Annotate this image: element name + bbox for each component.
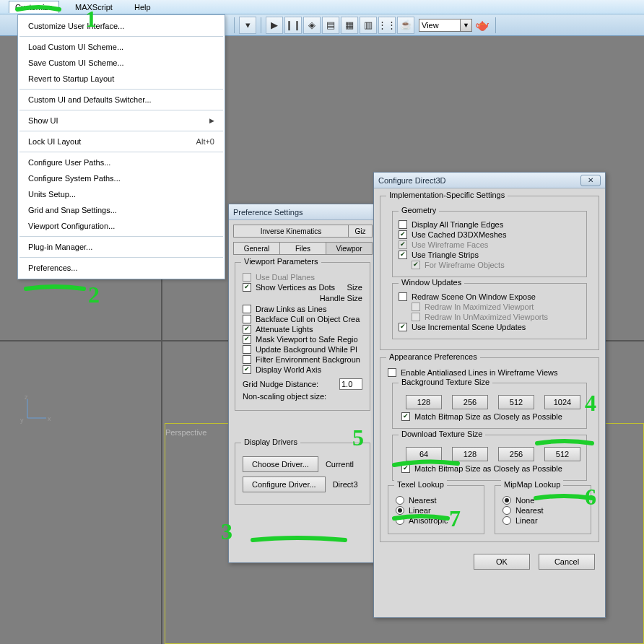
label-handle-size: Handle Size xyxy=(320,294,362,303)
grid-icon[interactable]: ▦ xyxy=(341,17,358,34)
group-title: Texel Lookup xyxy=(394,480,447,489)
separator xyxy=(19,257,223,258)
chk-incremental[interactable] xyxy=(399,323,407,331)
impl-settings-group: Implementation-Specific Settings Geometr… xyxy=(380,196,599,350)
chk-tri-edges[interactable] xyxy=(399,220,407,229)
bg-size-128[interactable]: 128 xyxy=(406,395,442,409)
group-title: Viewport Parameters xyxy=(241,257,321,266)
tab-gizmos[interactable]: Giz xyxy=(348,225,373,238)
dots-icon[interactable]: ⋮⋮ xyxy=(378,17,396,34)
label-nonscale: Non-scaling object size: xyxy=(243,392,326,401)
table-icon[interactable]: ▥ xyxy=(360,17,377,34)
bg-size-256[interactable]: 256 xyxy=(452,395,488,409)
label: Use Dual Planes xyxy=(256,273,315,282)
menu-maxscript[interactable]: MAXScript xyxy=(69,1,118,13)
group-title: Geometry xyxy=(399,206,439,214)
label: Linear xyxy=(515,516,538,525)
radio-mip-none[interactable] xyxy=(502,496,511,505)
dd-viewport-config[interactable]: Viewport Configuration... xyxy=(18,218,225,234)
dd-user-paths[interactable]: Configure User Paths... xyxy=(18,155,225,170)
dd-units-setup[interactable]: Units Setup... xyxy=(18,186,225,202)
radio-texel-aniso[interactable] xyxy=(396,516,404,525)
separator xyxy=(19,110,223,110)
label: Redraw In Maximized Viewport xyxy=(425,303,534,311)
radio-mip-linear[interactable] xyxy=(502,516,511,525)
dl-size-512[interactable]: 512 xyxy=(544,447,580,461)
drop-icon[interactable]: ▾ xyxy=(239,17,256,34)
close-button[interactable]: ✕ xyxy=(580,175,601,186)
dd-revert[interactable]: Revert to Startup Layout xyxy=(18,71,225,87)
label-size: Size xyxy=(347,283,362,292)
dd-preferences[interactable]: Preferences... xyxy=(18,260,225,276)
chevron-down-icon[interactable]: ▼ xyxy=(461,19,472,32)
chk-match-bitmap-dl[interactable] xyxy=(401,464,410,473)
tab-viewports[interactable]: Viewpor xyxy=(326,242,373,255)
cup-icon[interactable]: ☕ xyxy=(397,17,414,34)
chk-cached-meshes[interactable] xyxy=(399,230,407,239)
dd-save-scheme[interactable]: Save Custom UI Scheme... xyxy=(18,55,225,71)
dd-lock-ui[interactable]: Lock UI LayoutAlt+0 xyxy=(18,134,225,149)
chk-redraw-expose[interactable] xyxy=(399,292,407,301)
dd-defaults-switcher[interactable]: Custom UI and Defaults Switcher... xyxy=(18,92,225,108)
chk-draw-links[interactable] xyxy=(243,305,251,313)
chk-display-world-axis[interactable] xyxy=(243,365,251,374)
preference-settings-dialog: Preference Settings Inverse Kinematics G… xyxy=(228,204,377,563)
chk-backface[interactable] xyxy=(243,315,251,323)
group-title: MipMap Lookup xyxy=(501,480,563,489)
dd-sys-paths[interactable]: Configure System Paths... xyxy=(18,170,225,186)
configure-driver-button[interactable]: Configure Driver... xyxy=(243,477,326,492)
chk-match-bitmap-bg[interactable] xyxy=(401,412,410,421)
menu-help[interactable]: Help xyxy=(129,1,157,13)
tab-files[interactable]: Files xyxy=(279,242,326,255)
separator xyxy=(234,17,235,33)
key-icon[interactable]: ❙❙ xyxy=(284,17,302,34)
radio-texel-linear[interactable] xyxy=(396,506,404,515)
tab-general[interactable]: General xyxy=(233,242,280,255)
dd-plugin-mgr[interactable]: Plug-in Manager... xyxy=(18,239,225,255)
dl-size-128[interactable]: 128 xyxy=(452,447,488,461)
dd-customize-ui[interactable]: Customize User Interface... xyxy=(18,18,225,34)
dd-show-ui[interactable]: Show UI▶ xyxy=(18,113,225,129)
grid-nudge-input[interactable] xyxy=(339,378,362,390)
label: Use Incremental Scene Updates xyxy=(412,323,526,331)
diamond-icon[interactable]: ◈ xyxy=(303,17,321,34)
menubar: Customize MAXScript Help xyxy=(0,0,644,14)
radio-mip-nearest[interactable] xyxy=(502,506,511,515)
tabs-row-2: General Files Viewpor xyxy=(233,242,372,255)
menu-customize[interactable]: Customize xyxy=(9,1,59,13)
configure-direct3d-dialog: Configure Direct3D ✕ Implementation-Spec… xyxy=(373,172,606,618)
dialog-title: Configure Direct3D ✕ xyxy=(374,173,605,188)
bg-texture-size-group: Background Texture Size 128 256 512 1024… xyxy=(392,383,587,429)
dl-size-64[interactable]: 64 xyxy=(406,447,442,461)
chk-filter-env[interactable] xyxy=(243,355,251,364)
shortcut-label: Alt+0 xyxy=(196,137,214,146)
separator xyxy=(19,89,223,90)
chk-tri-strips[interactable] xyxy=(399,251,407,259)
dd-grid-snap[interactable]: Grid and Snap Settings... xyxy=(18,202,225,218)
bg-size-1024[interactable]: 1024 xyxy=(544,395,580,409)
cancel-button[interactable]: Cancel xyxy=(539,554,595,570)
play-icon[interactable]: ▶ xyxy=(266,17,283,34)
chk-mask-safe[interactable] xyxy=(243,335,251,344)
tabs-row-1: Inverse Kinematics Giz xyxy=(233,225,372,238)
view-select[interactable] xyxy=(419,19,461,32)
texel-lookup-group: Texel Lookup Nearest Linear Anisotropic xyxy=(388,485,484,534)
chk-antialiased[interactable] xyxy=(388,368,396,377)
tab-ik[interactable]: Inverse Kinematics xyxy=(233,225,349,238)
label: Display World Axis xyxy=(256,365,321,374)
mipmap-lookup-group: MipMap Lookup None Nearest Linear xyxy=(495,485,591,534)
viewport-label: Perspective xyxy=(165,428,206,437)
dl-size-256[interactable]: 256 xyxy=(498,447,534,461)
dd-load-scheme[interactable]: Load Custom UI Scheme... xyxy=(18,39,225,55)
bg-size-512[interactable]: 512 xyxy=(498,395,534,409)
ok-button[interactable]: OK xyxy=(474,554,530,570)
chk-update-bg[interactable] xyxy=(243,345,251,354)
chk-attenuate[interactable] xyxy=(243,325,251,334)
chk-show-dots[interactable] xyxy=(243,283,251,292)
teapot-icon[interactable]: 🫖 xyxy=(474,17,491,34)
layers-icon[interactable]: ▤ xyxy=(322,17,339,34)
radio-texel-nearest[interactable] xyxy=(396,496,404,505)
choose-driver-button[interactable]: Choose Driver... xyxy=(243,456,318,472)
chk-redraw-unmax xyxy=(412,313,420,321)
window-updates-group: Window Updates Redraw Scene On Window Ex… xyxy=(392,283,587,339)
